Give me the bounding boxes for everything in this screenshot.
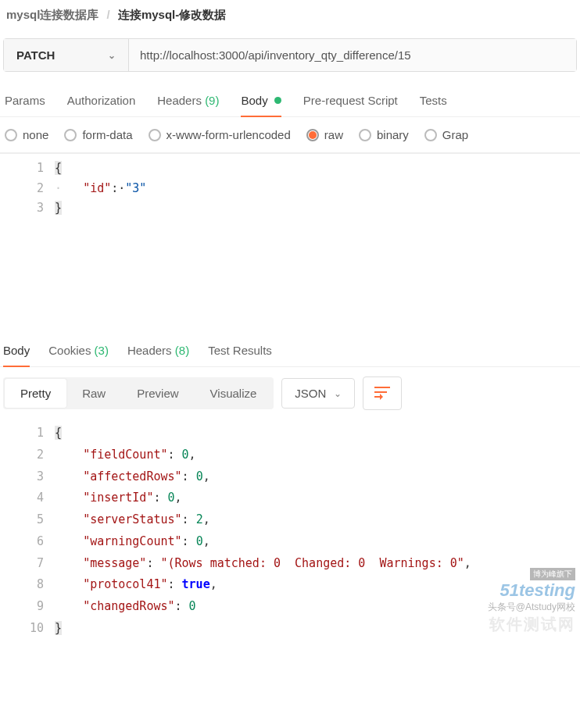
radio-icon xyxy=(424,129,437,141)
body-type-row: none form-data x-www-form-urlencoded raw… xyxy=(0,117,580,153)
radio-graphql[interactable]: Grap xyxy=(424,128,468,141)
active-dot-icon xyxy=(274,97,281,104)
response-tabs: Body Cookies (3) Headers (8) Test Result… xyxy=(0,336,580,367)
view-pretty[interactable]: Pretty xyxy=(5,379,66,408)
view-visualize[interactable]: Visualize xyxy=(195,379,273,408)
wrap-lines-button[interactable] xyxy=(363,376,402,410)
request-url-row: PATCH ⌄ xyxy=(3,38,577,72)
radio-urlencoded[interactable]: x-www-form-urlencoded xyxy=(149,128,291,141)
tab-authorization[interactable]: Authorization xyxy=(67,86,136,116)
method-select[interactable]: PATCH ⌄ xyxy=(4,39,129,71)
radio-icon xyxy=(359,129,371,141)
radio-icon xyxy=(5,129,17,141)
method-label: PATCH xyxy=(16,48,55,62)
resp-tab-test-results[interactable]: Test Results xyxy=(208,336,272,366)
url-input[interactable] xyxy=(129,39,576,71)
chevron-down-icon: ⌄ xyxy=(108,50,116,61)
format-dropdown[interactable]: JSON ⌄ xyxy=(281,378,355,409)
request-body-editor[interactable]: 1{ 2· "id":·"3" 3} xyxy=(0,153,580,333)
breadcrumb-current: 连接mysql-修改数据 xyxy=(118,8,226,21)
tab-params[interactable]: Params xyxy=(5,86,45,116)
view-raw[interactable]: Raw xyxy=(66,379,121,408)
view-mode-tabs: Pretty Raw Preview Visualize xyxy=(3,377,274,409)
radio-none[interactable]: none xyxy=(5,128,48,141)
response-body-editor[interactable]: 1{2 "fieldCount": 0,3 "affectedRows": 0,… xyxy=(0,419,580,640)
tab-tests[interactable]: Tests xyxy=(420,86,447,116)
response-view-row: Pretty Raw Preview Visualize JSON ⌄ xyxy=(0,367,580,419)
radio-raw[interactable]: raw xyxy=(306,128,343,141)
tab-body[interactable]: Body xyxy=(241,86,281,116)
tab-headers[interactable]: Headers (9) xyxy=(157,86,219,116)
resp-tab-headers[interactable]: Headers (8) xyxy=(127,336,189,366)
radio-binary[interactable]: binary xyxy=(359,128,409,141)
resp-tab-body[interactable]: Body xyxy=(3,336,30,366)
radio-form-data[interactable]: form-data xyxy=(64,128,132,141)
radio-icon xyxy=(149,129,161,141)
view-preview[interactable]: Preview xyxy=(121,379,194,408)
resp-tab-cookies[interactable]: Cookies (3) xyxy=(48,336,109,366)
request-tabs: Params Authorization Headers (9) Body Pr… xyxy=(0,86,580,117)
wrap-lines-icon xyxy=(374,387,390,398)
radio-icon xyxy=(64,129,77,141)
chevron-down-icon: ⌄ xyxy=(334,388,342,399)
radio-icon xyxy=(306,129,319,141)
breadcrumb-parent[interactable]: mysql连接数据库 xyxy=(6,8,98,21)
breadcrumb-sep: / xyxy=(107,8,110,21)
tab-prerequest[interactable]: Pre-request Script xyxy=(303,86,398,116)
breadcrumb: mysql连接数据库 / 连接mysql-修改数据 xyxy=(0,0,580,34)
